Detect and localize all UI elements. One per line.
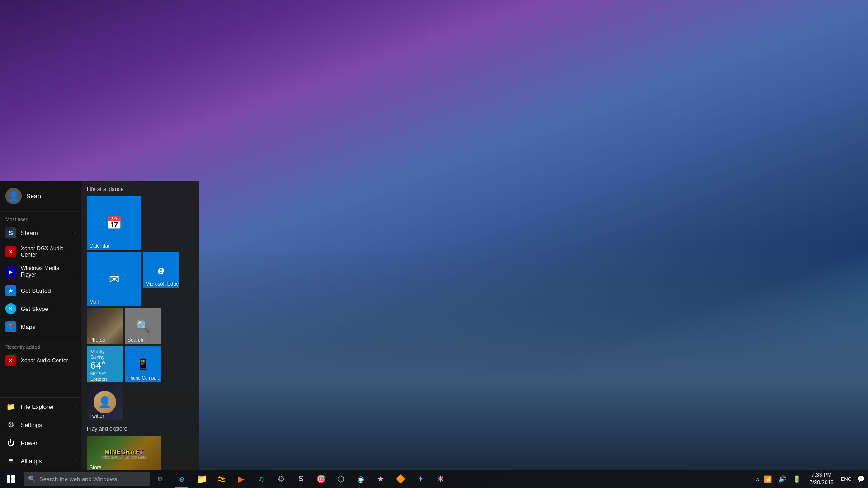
tray-network-icon[interactable]: 📶 [761, 470, 775, 488]
menu-item-xonar-dgx[interactable]: X Xonar DGX Audio Center [0, 242, 81, 262]
app13-taskbar-icon: ✦ [417, 474, 424, 484]
start-menu: 👤 Sean Most used S Steam › X Xonar DGX A… [0, 181, 199, 470]
tile-calendar[interactable]: 📅 Calendar [87, 196, 141, 250]
taskbar-app-steam[interactable]: S [291, 470, 311, 488]
menu-item-power[interactable]: ⏻ Power [0, 434, 81, 452]
clock-date: 7/30/2015 [810, 479, 834, 487]
menu-item-steam[interactable]: S Steam › [0, 224, 81, 242]
menu-item-all-apps[interactable]: ≡ All apps › [0, 452, 81, 470]
tile-weather[interactable]: Mostly Sunny 64° 66° 55° London [87, 346, 123, 382]
tile-mail[interactable]: ✉ Mail [87, 252, 141, 306]
taskbar-app-8[interactable]: 🎯 [311, 470, 331, 488]
recently-added-label: Recently added [0, 340, 81, 352]
search-tile-icon: 🔍 [136, 319, 150, 333]
tiles-panel: Life at a glance 📅 Calendar ✉ Mail e Mic… [81, 181, 199, 470]
steam-taskbar-icon: S [299, 475, 304, 483]
xonar-audio-icon: X [5, 355, 16, 366]
steam-icon: S [5, 227, 16, 238]
steam-label: Steam [21, 230, 38, 236]
xonar-dgx-icon: X [5, 246, 16, 257]
taskbar-app-edge[interactable]: e [172, 470, 192, 488]
taskbar-app-explorer[interactable]: 📁 [192, 470, 212, 488]
phone-icon: 📱 [136, 358, 150, 371]
tray-battery-icon[interactable]: 🔋 [790, 470, 804, 488]
power-label: Power [21, 440, 38, 446]
life-at-a-glance-label: Life at a glance [87, 186, 193, 192]
get-started-icon: ★ [5, 285, 16, 296]
taskbar-apps: e 📁 🛍 ▶ ♫ ⚙ S 🎯 ⬡ ◉ ★ [172, 470, 450, 488]
notification-chevron[interactable]: ∧ [754, 477, 761, 482]
weather-content: Mostly Sunny 64° 66° 55° London [87, 346, 123, 382]
file-explorer-label: File Explorer [21, 404, 54, 410]
tile-edge[interactable]: e Microsoft Edge [143, 252, 179, 288]
tile-photos[interactable]: Photos [87, 308, 123, 344]
menu-item-xonar-audio[interactable]: X Xonar Audio Center [0, 352, 81, 370]
settings-icon: ⚙ [5, 419, 16, 430]
taskbar-app-10[interactable]: ◉ [351, 470, 371, 488]
action-center-icon[interactable]: 💬 [854, 470, 868, 488]
maps-icon: 📍 [5, 321, 16, 332]
clock-time: 7:33 PM [811, 471, 832, 479]
tile-store[interactable]: MINECRAFT Windows 10 Edition Beta Store [87, 436, 161, 470]
app11-taskbar-icon: ★ [377, 474, 384, 484]
taskbar-search-bar[interactable]: 🔍 Search the web and Windows [24, 472, 150, 486]
task-view-button[interactable]: ⧉ [150, 470, 170, 488]
menu-item-get-started[interactable]: ★ Get Started [0, 282, 81, 300]
network-icon: 📶 [764, 475, 772, 483]
system-clock[interactable]: 7:33 PM 7/30/2015 [804, 470, 839, 488]
menu-item-maps[interactable]: 📍 Maps [0, 318, 81, 336]
life-at-a-glance-grid: 📅 Calendar ✉ Mail e Microsoft Edge Photo… [87, 196, 193, 420]
mail-icon: ✉ [109, 272, 119, 287]
most-used-label: Most used [0, 212, 81, 224]
file-explorer-icon: 📁 [5, 401, 16, 412]
tile-twitter[interactable]: 👤 Twitter [87, 384, 123, 420]
store-tile-label: Store [90, 465, 101, 470]
steam-arrow-icon: › [75, 230, 76, 235]
taskbar: 🔍 Search the web and Windows ⧉ e 📁 🛍 ▶ ♫… [0, 470, 868, 488]
wmp-arrow-icon: › [75, 269, 76, 274]
action-center-glyph: 💬 [857, 475, 865, 483]
search-tile-label: Search [127, 337, 143, 343]
minecraft-edition: Windows 10 Edition Beta [101, 455, 146, 460]
menu-item-settings[interactable]: ⚙ Settings [0, 416, 81, 434]
all-apps-icon: ≡ [5, 455, 16, 466]
user-account-button[interactable]: 👤 Sean [0, 181, 81, 212]
taskbar-search-placeholder: Search the web and Windows [39, 476, 117, 483]
taskbar-app-12[interactable]: 🔶 [391, 470, 410, 488]
taskbar-app-13[interactable]: ✦ [410, 470, 430, 488]
language-indicator[interactable]: ENG [839, 470, 854, 488]
media-taskbar-icon: ▶ [238, 474, 245, 484]
all-apps-label: All apps [21, 458, 42, 465]
all-apps-arrow-icon: › [75, 459, 76, 464]
edge-taskbar-icon: e [179, 474, 184, 484]
explorer-taskbar-icon: 📁 [196, 474, 208, 484]
menu-item-file-explorer[interactable]: 📁 File Explorer › [0, 398, 81, 416]
tray-volume-icon[interactable]: 🔊 [775, 470, 790, 488]
twitter-tile-label: Twitter [90, 413, 104, 418]
menu-item-get-skype[interactable]: S Get Skype [0, 300, 81, 318]
settings-label: Settings [21, 422, 42, 428]
app12-taskbar-icon: 🔶 [396, 474, 406, 484]
taskbar-app-11[interactable]: ★ [371, 470, 391, 488]
taskbar-app-spotify[interactable]: ♫ [251, 470, 271, 488]
taskbar-app-media[interactable]: ▶ [231, 470, 251, 488]
app6-taskbar-icon: ⚙ [278, 474, 285, 484]
app8-taskbar-icon: 🎯 [316, 474, 326, 484]
taskbar-app-14[interactable]: ❋ [430, 470, 450, 488]
taskbar-app-6[interactable]: ⚙ [271, 470, 291, 488]
taskbar-app-9[interactable]: ⬡ [331, 470, 351, 488]
start-menu-left-panel: 👤 Sean Most used S Steam › X Xonar DGX A… [0, 181, 81, 470]
tile-search[interactable]: 🔍 Search [125, 308, 161, 344]
xonar-audio-label: Xonar Audio Center [21, 357, 68, 364]
skype-icon: S [5, 303, 16, 314]
taskbar-app-store[interactable]: 🛍 [212, 470, 231, 488]
volume-icon: 🔊 [778, 475, 786, 483]
mail-tile-label: Mail [90, 299, 99, 305]
start-button[interactable] [0, 470, 22, 488]
power-icon: ⏻ [5, 437, 16, 448]
menu-item-wmp[interactable]: ▶ Windows Media Player › [0, 262, 81, 282]
weather-high: 66° [90, 371, 97, 376]
tile-phone-companion[interactable]: 📱 Phone Compa... [125, 346, 161, 382]
spotify-taskbar-icon: ♫ [258, 474, 264, 484]
edge-icon: e [158, 263, 164, 277]
